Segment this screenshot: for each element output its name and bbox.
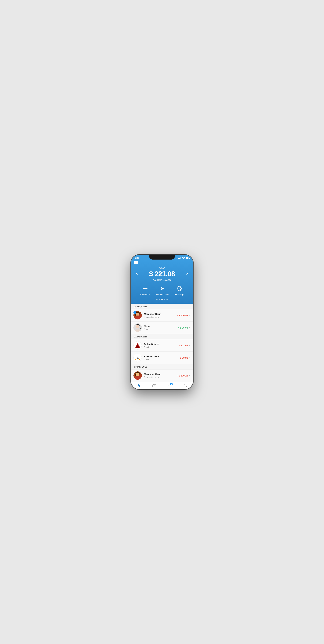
avatar-mona — [133, 324, 142, 332]
tx-amount: + $ 25.83 — [178, 326, 188, 329]
action-buttons: Add Funds Send/Request $ — [134, 285, 190, 296]
signal-icon — [178, 257, 181, 259]
dot-5[interactable] — [166, 298, 168, 300]
phone-screen: 9:41 — [131, 255, 193, 389]
avatar-wrap: 1 — [133, 311, 142, 320]
status-time: 9:41 — [135, 257, 139, 259]
avatar-wrap: a — [133, 354, 142, 362]
home-icon — [137, 384, 141, 388]
exchange-icon: $ — [176, 285, 183, 292]
svg-point-11 — [136, 325, 139, 328]
svg-point-12 — [135, 329, 140, 332]
svg-point-22 — [185, 384, 186, 385]
tx-info: Maninder Kaur Requested from — [144, 312, 177, 318]
chevron-icon: < — [189, 344, 191, 347]
dot-1[interactable] — [156, 298, 158, 300]
tx-name: Maninder Kaur — [144, 312, 177, 315]
profile-icon — [183, 384, 187, 388]
svg-point-10 — [136, 312, 139, 316]
notification-badge: 1 — [133, 311, 136, 314]
add-funds-button[interactable]: Add Funds — [140, 285, 150, 296]
svg-rect-2 — [134, 263, 138, 264]
send-request-icon — [159, 285, 166, 292]
tx-amount: - $ 500.53 — [177, 314, 188, 317]
avatar-maninder-2 — [133, 372, 142, 380]
phone-notch — [149, 255, 175, 260]
nav-wallet[interactable]: Wallet — [147, 384, 162, 389]
wallet-icon — [152, 384, 156, 388]
tx-name: Amazon.com — [144, 355, 179, 358]
transaction-item[interactable]: Delta Airlines Debit - $423.53 < — [131, 339, 193, 352]
send-request-label: Send/Request — [156, 293, 169, 296]
avatar-wrap — [133, 324, 142, 332]
balance-section: < USD $ 221.08 Available Balance > — [134, 266, 190, 281]
bottom-nav: Home Wallet — [131, 382, 193, 389]
tx-info: Amazon.com Debit — [144, 355, 179, 360]
balance-amount: $ 221.08 — [143, 270, 181, 278]
notification-label: Notification — [166, 389, 174, 389]
status-right — [178, 257, 189, 259]
svg-point-9 — [135, 316, 140, 320]
send-request-button[interactable]: Send/Request — [156, 285, 169, 296]
avatar-wrap — [133, 341, 142, 350]
home-label: Home — [136, 389, 141, 389]
nav-notification[interactable]: 1 Notification — [162, 384, 178, 389]
dot-4[interactable] — [164, 298, 165, 300]
chevron-icon: < — [189, 314, 191, 316]
svg-text:a: a — [137, 355, 139, 360]
currency-label: USD — [143, 266, 181, 269]
chevron-icon: < — [189, 326, 191, 329]
notification-wrap: 1 — [168, 384, 172, 388]
date-header-may21: 21-May-2018 — [131, 334, 193, 339]
tx-info: Maninder Kaur Requested from — [144, 373, 177, 378]
transaction-item[interactable]: 1 Maninder Kaur Requested from - $ 500.5… — [131, 309, 193, 322]
chevron-icon: < — [189, 374, 191, 377]
avatar-wrap — [133, 372, 142, 380]
svg-rect-1 — [134, 262, 138, 263]
menu-button[interactable] — [134, 261, 190, 265]
tx-amount: - $ 200.28 — [177, 374, 188, 377]
battery-icon — [186, 257, 189, 259]
svg-point-18 — [136, 373, 139, 376]
svg-marker-5 — [161, 287, 164, 290]
transaction-item[interactable]: Mona Credit + $ 25.83 < — [131, 322, 193, 334]
transaction-item[interactable]: a Amazon.com Debit - $ 20.83 < — [131, 352, 193, 364]
add-funds-icon — [142, 285, 149, 292]
wifi-icon — [182, 257, 185, 259]
exchange-button[interactable]: $ Exchange — [175, 285, 184, 296]
header-area: < USD $ 221.08 Available Balance > — [131, 260, 193, 304]
notification-badge: 1 — [170, 383, 173, 386]
nav-home[interactable]: Home — [131, 384, 147, 389]
wallet-label: Wallet — [152, 389, 157, 389]
next-currency-button[interactable]: > — [185, 270, 190, 278]
tx-info: Delta Airlines Debit — [144, 343, 178, 348]
prev-currency-button[interactable]: < — [134, 270, 139, 278]
carousel-dots — [134, 298, 190, 300]
tx-type: Requested from — [144, 316, 177, 318]
svg-text:$: $ — [179, 288, 180, 290]
chevron-icon: < — [189, 356, 191, 359]
tx-name: Delta Airlines — [144, 343, 178, 346]
transaction-item[interactable]: Maninder Kaur Requested from - $ 200.28 … — [131, 370, 193, 382]
date-header-mar03: 03-Mar-2018 — [131, 364, 193, 370]
tx-type: Debit — [144, 346, 178, 348]
dot-3[interactable] — [161, 298, 163, 300]
date-header-may24: 24-May-2018 — [131, 304, 193, 309]
tx-amount: - $423.53 — [178, 344, 188, 347]
nav-profile[interactable]: Profile — [178, 384, 193, 389]
tx-type: Credit — [144, 328, 178, 330]
transaction-list: 24-May-2018 — [131, 304, 193, 382]
balance-subtitle: Available Balance — [143, 278, 181, 281]
tx-info: Mona Credit — [144, 325, 178, 330]
dot-2[interactable] — [159, 298, 160, 300]
svg-rect-0 — [134, 261, 138, 262]
svg-point-19 — [135, 376, 140, 380]
add-funds-label: Add Funds — [140, 293, 150, 296]
phone-device: 9:41 — [131, 255, 193, 389]
tx-type: Requested from — [144, 376, 177, 378]
tx-type: Debit — [144, 358, 179, 360]
avatar-amazon: a — [133, 354, 142, 362]
exchange-label: Exchange — [175, 293, 184, 296]
avatar-delta — [133, 341, 142, 350]
tx-name: Mona — [144, 325, 178, 328]
